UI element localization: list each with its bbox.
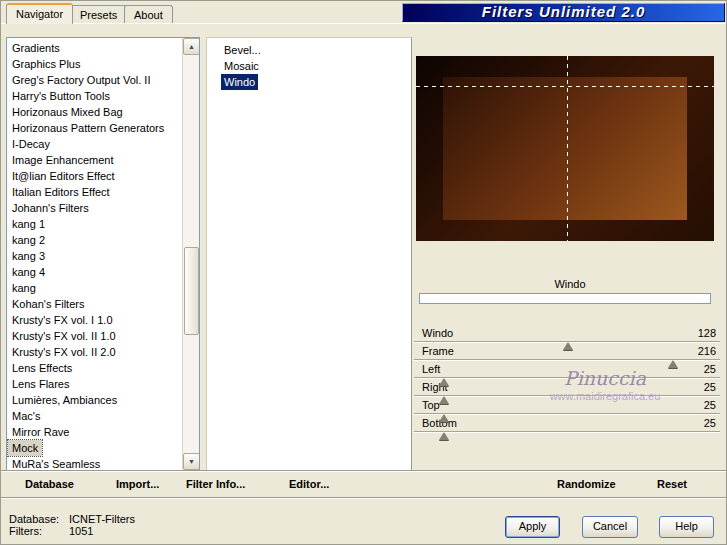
category-list-item[interactable]: kang	[8, 280, 181, 296]
tab-page-edge	[1, 23, 726, 24]
category-list-item[interactable]: MuRa's Seamless	[8, 456, 181, 471]
category-items: GradientsGraphics PlusGreg's Factory Out…	[8, 40, 181, 471]
slider-label: Frame	[422, 344, 454, 359]
category-list-item[interactable]: I-Decay	[8, 136, 181, 152]
slider-value: 25	[704, 362, 716, 377]
category-list-item[interactable]: kang 1	[8, 216, 181, 232]
category-list-item[interactable]: It@lian Editors Effect	[8, 168, 181, 184]
help-button[interactable]: Help	[659, 516, 714, 538]
tab-about[interactable]: About	[124, 5, 173, 24]
slider-thumb[interactable]	[563, 342, 573, 350]
category-list-item[interactable]: kang 2	[8, 232, 181, 248]
category-list-item[interactable]: Mirror Rave	[8, 424, 181, 440]
import-button[interactable]: Import...	[116, 471, 159, 497]
category-scrollbar[interactable]: ▲ ▼	[182, 38, 199, 470]
filter-list-item[interactable]: Windo	[221, 74, 258, 90]
category-list-item[interactable]: Kohan's Filters	[8, 296, 181, 312]
slider-thumb[interactable]	[439, 414, 449, 422]
category-list-item[interactable]: Gradients	[8, 40, 181, 56]
cancel-button[interactable]: Cancel	[582, 516, 638, 538]
slider-row[interactable]: Top 25	[414, 397, 720, 415]
slider-thumb[interactable]	[668, 360, 678, 368]
status-filters-value: 1051	[69, 525, 93, 537]
status-area: Database:ICNET-Filters Filters:1051	[9, 513, 135, 537]
scroll-up-icon: ▲	[188, 43, 195, 50]
category-list-item[interactable]: Lens Effects	[8, 360, 181, 376]
progress-bar	[419, 293, 711, 304]
slider-group: Windo 128 Frame 216 Left 25 Right 25 Top…	[414, 325, 720, 433]
category-list-item[interactable]: Krusty's FX vol. II 1.0	[8, 328, 181, 344]
scroll-up-button[interactable]: ▲	[183, 38, 200, 55]
preview-filter-name: Windo	[412, 278, 727, 290]
status-database-label: Database:	[9, 513, 69, 525]
slider-value: 128	[698, 326, 716, 341]
category-list-item[interactable]: Lumières, Ambiances	[8, 392, 181, 408]
slider-value: 25	[704, 380, 716, 395]
slider-row[interactable]: Right 25	[414, 379, 720, 397]
apply-button[interactable]: Apply	[505, 516, 560, 538]
slider-thumb[interactable]	[439, 396, 449, 404]
category-list-item[interactable]: Krusty's FX vol. I 1.0	[8, 312, 181, 328]
category-list-item[interactable]: Mac's	[8, 408, 181, 424]
category-list-item[interactable]: Image Enhancement	[8, 152, 181, 168]
category-list-item[interactable]: Italian Editors Effect	[8, 184, 181, 200]
category-list-item[interactable]: Greg's Factory Output Vol. II	[8, 72, 181, 88]
scroll-down-button[interactable]: ▼	[183, 453, 200, 470]
slider-label: Top	[422, 398, 440, 413]
slider-label: Windo	[422, 326, 453, 341]
scrollbar-thumb[interactable]	[184, 247, 199, 335]
category-list-item[interactable]: Horizonaus Mixed Bag	[8, 104, 181, 120]
scroll-down-icon: ▼	[188, 458, 195, 465]
slider-value: 25	[704, 416, 716, 431]
category-list-item[interactable]: Graphics Plus	[8, 56, 181, 72]
filter-info-button[interactable]: Filter Info...	[186, 471, 245, 497]
status-database-row: Database:ICNET-Filters	[9, 513, 135, 525]
preview-panel: Windo Windo 128 Frame 216 Left 25 Right …	[412, 37, 727, 471]
category-list-item[interactable]: Johann's Filters	[8, 200, 181, 216]
category-list-item[interactable]: Harry's Button Tools	[8, 88, 181, 104]
tab-navigator[interactable]: Navigator	[6, 3, 73, 24]
slider-thumb[interactable]	[439, 432, 449, 440]
slider-value: 25	[704, 398, 716, 413]
slider-row[interactable]: Bottom 25	[414, 415, 720, 433]
filter-listbox: Bevel...MosaicWindo	[206, 37, 412, 471]
slider-thumb[interactable]	[439, 378, 449, 386]
filters-unlimited-window: Navigator Presets About Filters Unlimite…	[0, 0, 727, 545]
app-title-banner: Filters Unlimited 2.0	[402, 3, 725, 22]
filter-list-item[interactable]: Bevel...	[221, 42, 264, 58]
reset-button[interactable]: Reset	[657, 471, 687, 497]
status-database-value: ICNET-Filters	[69, 513, 135, 525]
slider-row[interactable]: Windo 128	[414, 325, 720, 343]
crosshair-vertical-line	[567, 56, 568, 241]
category-list-item[interactable]: Mock	[8, 440, 42, 456]
bottom-toolbar: Database Import... Filter Info... Editor…	[1, 470, 726, 498]
preview-inner-frame	[443, 77, 687, 220]
tab-presets[interactable]: Presets	[70, 5, 127, 24]
category-list-item[interactable]: Lens Flares	[8, 376, 181, 392]
slider-value: 216	[698, 344, 716, 359]
category-list-item[interactable]: kang 4	[8, 264, 181, 280]
status-filters-label: Filters:	[9, 525, 69, 537]
slider-label: Left	[422, 362, 440, 377]
filter-preview-image[interactable]	[416, 56, 714, 241]
category-listbox: GradientsGraphics PlusGreg's Factory Out…	[6, 37, 200, 471]
crosshair-horizontal-line	[416, 86, 714, 87]
category-list-item[interactable]: kang 3	[8, 248, 181, 264]
randomize-button[interactable]: Randomize	[557, 471, 616, 497]
database-button[interactable]: Database	[25, 471, 74, 497]
category-list-item[interactable]: Horizonaus Pattern Generators	[8, 120, 181, 136]
status-filters-row: Filters:1051	[9, 525, 135, 537]
filter-list-item[interactable]: Mosaic	[221, 58, 262, 74]
category-list-item[interactable]: Krusty's FX vol. II 2.0	[8, 344, 181, 360]
editor-button[interactable]: Editor...	[289, 471, 329, 497]
